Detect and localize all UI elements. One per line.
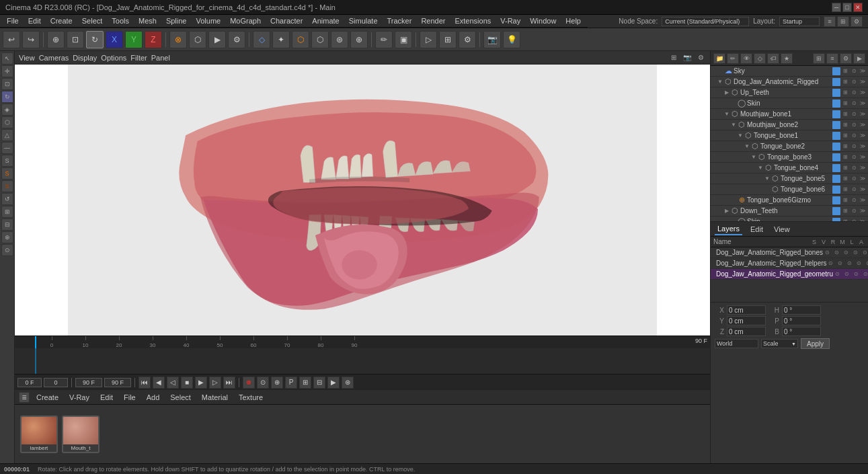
obj-icon-3[interactable]: ≫ [859,68,867,74]
frame-display[interactable]: 90 F [104,378,131,387]
btn-prev-frame[interactable]: ◀ [153,377,165,389]
3d-viewport[interactable] [15,65,710,335]
btn-key1[interactable]: ⊙ [257,377,269,389]
menu-render[interactable]: Render [417,15,449,26]
btn-stop[interactable]: ■ [181,377,193,389]
obj-dog-icon3[interactable]: ≫ [859,79,867,85]
node-space-dropdown[interactable]: Current (Standard/Physical) [662,17,749,26]
toolbar-light[interactable]: 💡 [503,31,520,48]
obj-down-teeth[interactable]: ▶ ⬡ Down_Teeth ⊞ ⊙ ≫ [711,206,868,216]
left-select[interactable]: ↖ [1,52,13,65]
toolbar-tool4[interactable]: ⚙ [228,31,245,48]
coord-x-field[interactable]: 0 cm [727,305,766,315]
layer-helpers[interactable]: Dog_Jaw_Anatomic_Rigged_helpers ⊙ ⊙ ⊙ ⊙ … [711,258,868,269]
layer-bones-s[interactable]: ⊙ [823,249,831,257]
obj-dog-icon1[interactable]: ⊞ [841,79,849,85]
menu-character[interactable]: Character [266,15,307,26]
obj-skin-2[interactable]: ◯ Skin ⊞ ⊙ ≫ [711,216,868,221]
world-dropdown[interactable]: World [715,339,758,348]
left-tool16[interactable]: ⊙ [1,244,13,256]
btn-play-back[interactable]: ◁ [167,377,179,389]
toolbar-obj1[interactable]: ◇ [253,31,270,48]
menu-edit[interactable]: Edit [24,15,45,26]
obj-dog-jaw[interactable]: ▼ ⬡ Dog_Jaw_Anatomic_Rigged ⊞ ⊙ ≫ [711,77,868,87]
playhead[interactable] [35,336,36,348]
layers-tab-view[interactable]: View [771,224,793,235]
menu-mesh[interactable]: Mesh [134,15,161,26]
btn-motion-clip[interactable]: ▶ [327,377,340,389]
obj-mouthjaw-1-expand[interactable]: ▼ [723,110,731,118]
rt-icon1[interactable]: ⊞ [813,53,825,64]
vp-menu-panel[interactable]: Panel [151,54,170,62]
scale-dropdown[interactable]: Scale▼ [761,339,798,348]
left-tool5[interactable]: ◈ [1,104,13,116]
end-frame-field[interactable]: 90 F [75,378,102,387]
layers-tab-edit[interactable]: Edit [748,224,766,235]
toolbar-y-axis[interactable]: Y [125,31,143,48]
menu-animate[interactable]: Animate [308,15,343,26]
btn-go-end[interactable]: ⏭ [223,377,235,389]
toolbar-tool1[interactable]: ⊗ [169,31,187,48]
layer-bones-l[interactable]: ⊙ [861,249,868,257]
obj-tongue-2[interactable]: ▼ ⬡ Tongue_bone2 ⊞ ⊙ ≫ [711,141,868,152]
left-tool6[interactable]: ⬡ [1,116,13,128]
obj-tongue-2-expand[interactable]: ▼ [743,143,751,151]
header-icon-3[interactable]: ⚙ [851,16,863,27]
toolbar-snap[interactable]: ▣ [395,31,412,48]
menu-tools[interactable]: Tools [108,15,133,26]
apply-button[interactable]: Apply [801,338,830,349]
obj-down-teeth-expand[interactable]: ▶ [723,207,731,215]
coord-p-field[interactable]: 0 ° [782,316,821,325]
menu-help[interactable]: Help [561,15,585,26]
toolbar-scale[interactable]: ⊡ [67,31,84,48]
toolbar-obj4[interactable]: ⬡ [311,31,329,48]
vp-icon-settings[interactable]: ⚙ [695,52,706,63]
mat-tab-edit[interactable]: Edit [96,392,117,403]
rt-bookm[interactable]: ★ [781,53,793,64]
layer-helpers-r[interactable]: ⊙ [846,260,854,268]
vp-icon-cam[interactable]: 📷 [682,52,693,63]
toolbar-undo[interactable]: ↩ [3,31,20,48]
toolbar-obj6[interactable]: ⊕ [350,31,368,48]
obj-mouthjaw-2[interactable]: ▼ ⬡ Mouthjaw_bone2 ⊞ ⊙ ≫ [711,120,868,130]
mat-menu-icon[interactable]: ≡ [19,392,30,403]
toolbar-z-axis[interactable]: Z [145,31,162,48]
menu-extensions[interactable]: Extensions [450,15,495,26]
btn-key3[interactable]: P [285,377,297,389]
close-button[interactable]: ✕ [853,3,863,12]
toolbar-obj5[interactable]: ⊛ [331,31,348,48]
rt-icon3[interactable]: ⚙ [840,53,852,64]
btn-play[interactable]: ▶ [195,377,207,389]
header-icon-2[interactable]: ⊞ [837,16,849,27]
layer-geometry-m[interactable]: ⊙ [861,270,868,278]
toolbar-paint[interactable]: ✏ [375,31,393,48]
minimize-button[interactable]: ─ [832,3,841,12]
layer-geometry[interactable]: Dog_Jaw_Anatomic_Rigged_geometru ⊙ ⊙ ⊙ ⊙… [711,269,868,280]
obj-up-teeth-expand[interactable]: ▶ [723,89,731,97]
menu-file[interactable]: File [3,15,23,26]
menu-create[interactable]: Create [46,15,77,26]
obj-dog-dot[interactable] [832,78,840,86]
menu-volume[interactable]: Volume [192,15,225,26]
layer-bones-v[interactable]: ⊙ [832,249,840,257]
left-tool11[interactable]: S [1,180,13,192]
vp-menu-filter[interactable]: Filter [130,54,147,62]
obj-sky-expand[interactable] [716,67,724,75]
vp-menu-display[interactable]: Display [73,54,97,62]
rt-view[interactable]: 👁 [740,53,752,64]
btn-key5[interactable]: ⊟ [313,377,325,389]
mat-tab-file[interactable]: File [120,392,140,403]
start-frame-field[interactable]: 0 [44,378,68,387]
obj-tongue-3[interactable]: ▼ ⬡ Tongue_bone3 ⊞ ⊙ ≫ [711,152,868,163]
obj-tongue-5[interactable]: ▼ ⬡ Tongue_bone5 ⊞ ⊙ ≫ [711,173,868,184]
coord-b-field[interactable]: 0 ° [782,327,821,336]
mat-tab-vray[interactable]: V-Ray [65,392,93,403]
layer-geometry-r[interactable]: ⊙ [852,270,860,278]
left-tool10[interactable]: S [1,167,13,180]
obj-tongue-1[interactable]: ▼ ⬡ Tongue_bone1 ⊞ ⊙ ≫ [711,130,868,141]
toolbar-camera[interactable]: 📷 [483,31,501,48]
rt-edit[interactable]: ✏ [727,53,739,64]
toolbar-redo[interactable]: ↪ [22,31,40,48]
left-tool8[interactable]: — [1,142,13,154]
obj-dot-1[interactable] [832,67,840,75]
